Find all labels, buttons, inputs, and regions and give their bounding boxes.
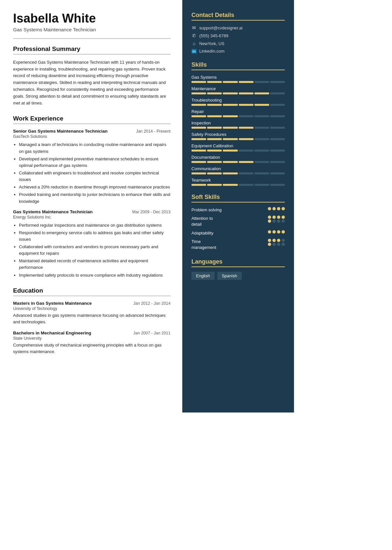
location-icon: ⌂ (191, 41, 197, 46)
job-2: Gas Systems Maintenance Technician Mar 2… (13, 209, 171, 279)
skill-name: Repair (191, 109, 285, 114)
edu-1-degree: Masters in Gas Systems Maintenance (13, 301, 92, 306)
skill-name: Equipment Calibration (191, 143, 285, 148)
job-title: Gas Systems Maintenance Technician (13, 27, 171, 32)
contact-phone-text: (555) 345-6789 (199, 33, 228, 38)
email-icon: ✉ (191, 25, 197, 30)
job-1: Senior Gas Systems Maintenance Technicia… (13, 129, 171, 204)
skill-row: Repair (191, 109, 285, 117)
edu-1: Masters in Gas Systems Maintenance Jan 2… (13, 301, 171, 325)
list-item: Collaborated with engineers to troublesh… (19, 170, 171, 183)
skills-heading: Skills (191, 61, 285, 70)
list-item: Collaborated with contractors and vendor… (19, 244, 171, 257)
job-1-date: Jan 2014 - Present (136, 129, 171, 134)
edu-1-school: University of Technology (13, 306, 171, 311)
skill-row: Gas Systems (191, 75, 285, 83)
skill-bar (191, 92, 285, 94)
edu-2: Bachelors in Mechanical Engineering Jan … (13, 331, 171, 355)
edu-1-date: Jan 2012 - Jan 2014 (133, 301, 171, 306)
skill-name: Documentation (191, 155, 285, 160)
edu-1-desc: Advanced studies in gas systems maintena… (13, 312, 171, 325)
contact-linkedin-text: LinkedIn.com (199, 49, 224, 54)
soft-skill-row: Time management (191, 239, 285, 251)
summary-section: Professional Summary Experienced Gas Sys… (13, 45, 171, 107)
soft-skills-section: Soft Skills Problem solvingAttention to … (191, 194, 285, 251)
phone-icon: ✆ (191, 33, 197, 38)
soft-skills-heading: Soft Skills (191, 194, 285, 202)
job-1-bullets: Managed a team of technicians in conduct… (13, 141, 171, 204)
dots-container (268, 207, 285, 210)
skill-row: Documentation (191, 155, 285, 163)
soft-skill-row: Adaptability (191, 230, 285, 236)
contact-email-text: support@cvdesigner.ai (199, 25, 242, 30)
experience-section: Work Experience Senior Gas Systems Maint… (13, 115, 171, 278)
skill-row: Teamwork (191, 178, 285, 186)
skill-bar (191, 104, 285, 106)
list-item: Maintained detailed records of maintenan… (19, 258, 171, 271)
job-1-title: Senior Gas Systems Maintenance Technicia… (13, 129, 107, 134)
contact-email: ✉ support@cvdesigner.ai (191, 25, 285, 30)
list-item: Provided training and mentorship to juni… (19, 191, 171, 204)
lang-tags: EnglishSpanish (191, 272, 285, 280)
soft-skill-row: Problem solving (191, 207, 285, 213)
contact-heading: Contact Details (191, 12, 285, 21)
skills-container: Gas SystemsMaintenanceTroubleshootingRep… (191, 75, 285, 186)
job-2-title: Gas Systems Maintenance Technician (13, 209, 93, 214)
skills-section: Skills Gas SystemsMaintenanceTroubleshoo… (191, 61, 285, 186)
skill-row: Communication (191, 166, 285, 174)
skill-bar (191, 138, 285, 140)
list-item: Managed a team of technicians in conduct… (19, 141, 171, 154)
soft-skill-name: Adaptability (191, 230, 268, 236)
languages-section: Languages EnglishSpanish (191, 258, 285, 280)
summary-text: Experienced Gas Systems Maintenance Tech… (13, 59, 171, 107)
contact-location: ⌂ NewYork, US (191, 41, 285, 46)
dots-container (268, 216, 285, 223)
contact-linkedin: in LinkedIn.com (191, 49, 285, 54)
experience-heading: Work Experience (13, 115, 171, 124)
skill-name: Troubleshooting (191, 98, 285, 103)
skill-name: Maintenance (191, 86, 285, 91)
edu-2-date: Jan 2007 - Jan 2011 (133, 331, 171, 335)
education-heading: Education (13, 287, 171, 296)
language-tag: English (191, 272, 215, 280)
language-tag: Spanish (217, 272, 242, 280)
name: Isabella White (13, 12, 171, 25)
skill-bar (191, 115, 285, 117)
skill-row: Equipment Calibration (191, 143, 285, 152)
contact-section: Contact Details ✉ support@cvdesigner.ai … (191, 12, 285, 54)
dots-container (268, 239, 285, 246)
skill-row: Maintenance (191, 86, 285, 94)
list-item: Implemented safety protocols to ensure c… (19, 272, 171, 279)
divider (13, 38, 171, 39)
dots-container (268, 230, 285, 234)
list-item: Performed regular inspections and mainte… (19, 222, 171, 229)
languages-heading: Languages (191, 258, 285, 267)
skill-name: Teamwork (191, 178, 285, 183)
skill-bar (191, 150, 285, 152)
skill-row: Troubleshooting (191, 98, 285, 106)
edu-2-school: State University (13, 336, 171, 341)
soft-skill-name: Time management (191, 239, 268, 251)
skill-name: Inspection (191, 121, 285, 125)
soft-skill-name: Problem solving (191, 207, 268, 213)
skill-bar (191, 161, 285, 163)
soft-skills-container: Problem solvingAttention to detailAdapta… (191, 207, 285, 251)
job-2-company: Energy Solutions Inc. (13, 215, 171, 219)
job-2-bullets: Performed regular inspections and mainte… (13, 222, 171, 279)
skill-name: Safety Procedures (191, 132, 285, 137)
summary-heading: Professional Summary (13, 45, 171, 55)
skill-bar (191, 81, 285, 83)
skill-bar (191, 127, 285, 129)
edu-2-degree: Bachelors in Mechanical Engineering (13, 331, 91, 335)
education-section: Education Masters in Gas Systems Mainten… (13, 287, 171, 355)
skill-row: Inspection (191, 121, 285, 129)
left-panel: Isabella White Gas Systems Maintenance T… (0, 0, 182, 412)
list-item: Developed and implemented preventive mai… (19, 156, 171, 169)
soft-skill-name: Attention to detail (191, 216, 268, 227)
contact-phone: ✆ (555) 345-6789 (191, 33, 285, 38)
job-1-company: GasTech Solutions (13, 134, 171, 139)
soft-skill-row: Attention to detail (191, 216, 285, 227)
skill-row: Safety Procedures (191, 132, 285, 140)
contact-location-text: NewYork, US (199, 41, 224, 46)
edu-2-desc: Comprehensive study of mechanical engine… (13, 342, 171, 355)
